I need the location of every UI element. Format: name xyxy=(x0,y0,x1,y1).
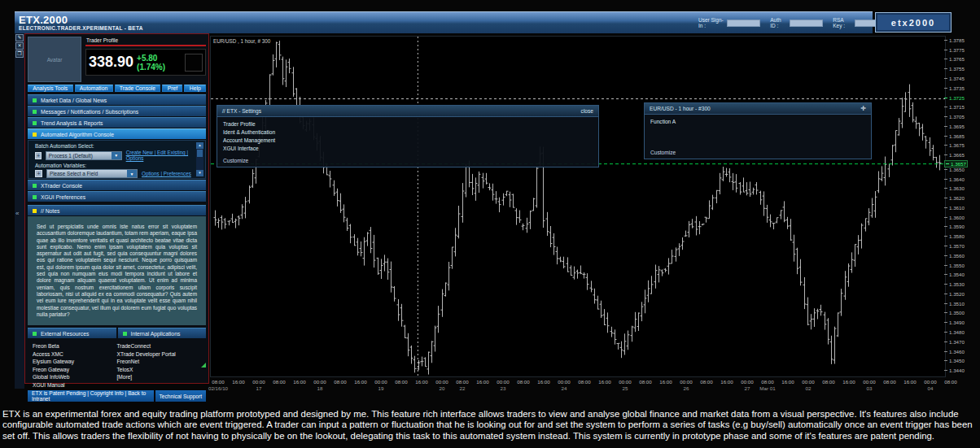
console-scrollbar[interactable]: ▲ ▼ xyxy=(196,142,203,176)
list-item[interactable]: XGUI Manual xyxy=(33,381,117,389)
x-axis-tick: 16:00 xyxy=(781,379,794,385)
resource-lists: Freon BetaAccess XMCElysium GatewayFreon… xyxy=(28,341,206,390)
internal-applications-header[interactable]: Internal Applications xyxy=(118,328,207,338)
tab-analysis-tools[interactable]: Analysis Tools xyxy=(28,85,73,92)
menu-bottom: XTrader ConsoleXGUI Preferences xyxy=(28,180,206,202)
scroll-up-icon[interactable]: ▲ xyxy=(196,142,203,149)
function-panel-header[interactable]: EUR/USD - 1 hour - #300 ✛ xyxy=(645,103,871,115)
variables-links[interactable]: Options | Preferences xyxy=(142,171,191,176)
list-item[interactable]: XTrade Developer Portal xyxy=(117,350,202,359)
menu-item-xgui-preferences[interactable]: XGUI Preferences xyxy=(28,191,206,202)
x-axis-tick: 00:0024 xyxy=(558,379,570,391)
variables-select-value: Please Select a Field xyxy=(47,171,127,176)
technical-support-link[interactable]: Technical Support xyxy=(155,390,206,402)
page: ETX.2000 ELECTRONIC.TRADER.XPERIMENTAL -… xyxy=(0,0,980,448)
x-axis-tick: 08:00 xyxy=(639,379,651,385)
y-axis-tick: 1.3530 xyxy=(944,281,965,287)
notes-header[interactable]: // Notes xyxy=(28,205,206,215)
x-axis-tick: 08:00 xyxy=(273,379,285,385)
tab-pref[interactable]: Pref xyxy=(162,85,182,92)
list-item[interactable]: Freon Beta xyxy=(33,342,117,350)
list-item[interactable]: Freon Gateway xyxy=(33,366,117,374)
trader-profile-section: Avatar Trader Profile 338.90 +5.80 (1.74… xyxy=(28,37,206,82)
list-item[interactable]: Access XMC xyxy=(33,350,117,359)
menu-item-trend-analysis-reports[interactable]: Trend Analysis & Reports xyxy=(28,117,206,128)
menu-item-xtrader-console[interactable]: XTrader Console xyxy=(28,180,206,190)
chart-canvas[interactable] xyxy=(211,37,945,376)
etx-settings-panel-header[interactable]: // ETX - Settings close xyxy=(217,106,598,117)
x-axis-tick: 08:00 xyxy=(395,379,407,385)
list-item[interactable]: FreonNet xyxy=(117,358,202,366)
settings-menu-item[interactable]: Account Management xyxy=(223,137,593,145)
variables-select[interactable]: Please Select a Field ▼ xyxy=(46,169,138,178)
y-axis-tick: 1.3725 xyxy=(944,95,965,101)
tab-help[interactable]: Help xyxy=(184,85,206,92)
x-axis-tick: 16:00 xyxy=(659,379,672,385)
x-axis-tick: 00:0026 xyxy=(680,379,692,391)
ticker-change: +5.80 (1.74%) xyxy=(137,54,182,72)
list-item[interactable]: [More] xyxy=(117,373,202,381)
customize-link[interactable]: Customize xyxy=(223,158,248,163)
tab-automation[interactable]: Automation xyxy=(75,85,113,92)
status-bullet-icon xyxy=(33,110,37,114)
move-icon[interactable]: ✛ xyxy=(860,105,866,112)
external-resources-header[interactable]: External Resources xyxy=(28,328,116,338)
y-axis-tick: 1.3705 xyxy=(944,114,965,120)
price-chart[interactable]: EUR/USD , 1 hour, # 300 // ETX - Setting… xyxy=(210,36,946,377)
list-item[interactable]: Global InfoWeb xyxy=(33,373,117,381)
status-bullet-icon xyxy=(33,121,37,125)
avatar[interactable]: Avatar xyxy=(28,37,81,82)
menu-item-messages-notifications-subscriptions[interactable]: Messages / Notifications / Subscriptions xyxy=(28,106,206,116)
automation-console-panel: Batch Automation Select: + Process 1 (De… xyxy=(28,140,206,179)
x-axis-tick: 00:0027 xyxy=(741,379,753,391)
batch-links[interactable]: Create New | Edit Existing | Options xyxy=(126,150,194,161)
x-axis-tick: 16:00 xyxy=(354,379,366,385)
auth-id-input[interactable] xyxy=(790,20,823,27)
y-axis-tick: 1.3630 xyxy=(944,185,965,191)
batch-select[interactable]: Process 1 (Default) ▼ xyxy=(46,151,122,160)
list-item[interactable]: Elysium Gateway xyxy=(33,358,117,366)
y-axis-tick: 1.3665 xyxy=(944,152,965,158)
chevron-down-icon: ▼ xyxy=(127,170,137,177)
function-panel-title: EUR/USD - 1 hour - #300 xyxy=(650,106,860,111)
x-axis-tick: 16:00 xyxy=(232,379,244,385)
edit-icon[interactable]: ✎ xyxy=(15,34,24,41)
settings-menu-item[interactable]: Trader Profile xyxy=(223,120,593,128)
ticker-value: 338.90 xyxy=(89,54,133,71)
x-axis-tick: 00:0019 xyxy=(374,379,387,391)
batch-add-button[interactable]: + xyxy=(35,152,42,159)
internal-applications-label: Internal Applications xyxy=(131,331,181,337)
scroll-down-icon[interactable]: ▼ xyxy=(196,170,203,176)
footer-links[interactable]: ETX is Patent Pending | Copyright Info |… xyxy=(28,390,154,402)
y-axis-tick: 1.3650 xyxy=(944,167,965,172)
y-axis-tick: 1.3460 xyxy=(944,349,965,354)
y-axis-tick: 1.3520 xyxy=(944,291,965,297)
window-icon[interactable]: ❐ xyxy=(15,50,24,58)
app-subtitle: ELECTRONIC.TRADER.XPERIMENTAL - BETA xyxy=(19,25,143,31)
customize-link[interactable]: Customize xyxy=(650,150,676,155)
menu-item-market-data-global-news[interactable]: Market Data / Global News xyxy=(28,94,206,105)
function-item[interactable]: Function A xyxy=(650,118,865,126)
menu-item-label: XGUI Preferences xyxy=(41,194,85,200)
list-item[interactable]: TelosX xyxy=(117,366,202,374)
variables-add-button[interactable]: + xyxy=(35,170,42,177)
notes-body: Sed ut perspiciatis unde omnis iste natu… xyxy=(28,216,206,325)
y-axis-tick: 1.3695 xyxy=(944,124,965,129)
list-item[interactable]: TradeConnect xyxy=(117,342,202,350)
menu-item-automated-algorithm-console[interactable]: Automated Algorithm Console xyxy=(28,128,206,139)
external-resources-label: External Resources xyxy=(41,331,89,337)
tab-trade-console[interactable]: Trade Console xyxy=(115,85,161,92)
status-bullet-icon xyxy=(33,184,37,188)
y-axis-tick: 1.3600 xyxy=(944,215,965,220)
y-axis-tick: 1.3675 xyxy=(944,142,965,148)
x-axis-tick: 16:00 xyxy=(598,379,610,385)
user-signin-input[interactable] xyxy=(727,20,760,27)
scroll-thumb[interactable] xyxy=(197,150,203,157)
collapse-sidebar-button[interactable]: « xyxy=(15,210,19,217)
resize-handle[interactable] xyxy=(201,363,206,368)
close-button[interactable]: close xyxy=(581,108,593,114)
menu-item-label: Automated Algorithm Console xyxy=(41,132,114,137)
settings-menu-item[interactable]: XGUI Interface xyxy=(223,145,593,153)
settings-menu-item[interactable]: Ident & Authentication xyxy=(223,128,593,137)
close-icon[interactable]: ✕ xyxy=(15,42,24,50)
